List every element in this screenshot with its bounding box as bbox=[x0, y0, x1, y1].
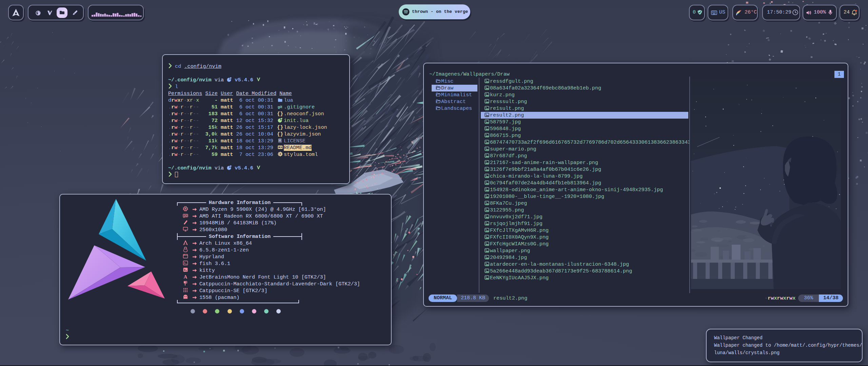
svg-text:A: A bbox=[184, 274, 188, 280]
svg-text:git: git bbox=[278, 105, 282, 109]
